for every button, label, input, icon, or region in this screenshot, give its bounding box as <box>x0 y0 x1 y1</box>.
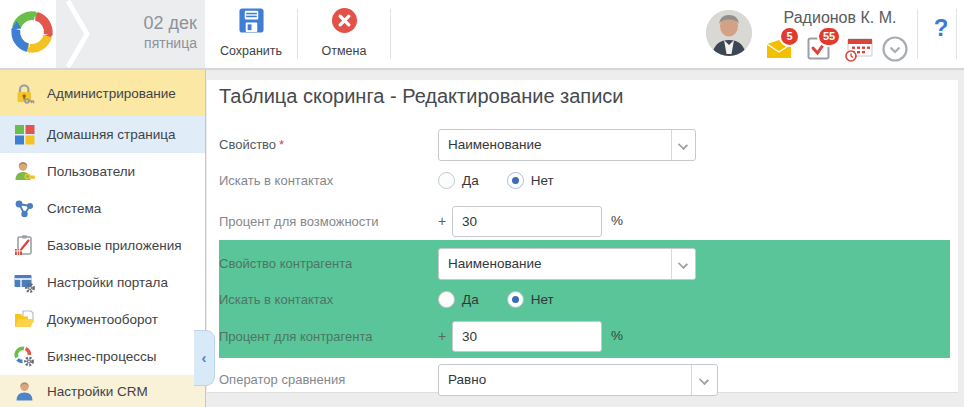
percent-contractor-label: Процент для контрагента <box>219 321 372 352</box>
sidebar-item-document-flow[interactable]: Документооборот <box>0 301 205 338</box>
sidebar-item-system[interactable]: Система <box>0 190 205 227</box>
sidebar-item-label: Система <box>47 201 101 216</box>
folder-doc-icon <box>13 308 36 331</box>
toolbar-divider <box>297 9 298 59</box>
sidebar-item-label: Базовые приложения <box>47 238 182 253</box>
radio-yes[interactable] <box>438 291 455 308</box>
sidebar-collapse-button[interactable]: ‹ <box>194 330 215 386</box>
edit-form-panel: Таблица скоринга - Редактирование записи… <box>207 80 958 393</box>
radio-yes-label: Да <box>462 173 479 188</box>
sidebar-item-label: Домашняя страница <box>47 127 175 142</box>
sidebar-item-administration[interactable]: Администрирование <box>0 70 205 116</box>
radio-no-label: Нет <box>531 173 554 188</box>
app-logo-icon[interactable] <box>6 6 58 62</box>
radio-no[interactable] <box>507 172 524 189</box>
sidebar-item-label: Документооборот <box>47 312 158 327</box>
percent-opportunity-input[interactable] <box>452 206 602 237</box>
form-row-search-contacts-1: Искать в контактах Да Нет <box>219 170 958 194</box>
user-key-icon <box>13 160 36 183</box>
calendar-clock-icon[interactable] <box>845 38 873 66</box>
lock-key-icon <box>13 82 36 105</box>
radio-no-label: Нет <box>531 292 554 307</box>
radio-no[interactable] <box>507 291 524 308</box>
contractor-property-label: Свойство контрагента <box>219 248 352 280</box>
sidebar-item-label: Администрирование <box>47 86 176 101</box>
user-name[interactable]: Радионов К. М. <box>760 9 920 27</box>
app-window: 02 дек пятница Сохранить <box>0 0 964 407</box>
comparison-operator-label: Оператор сравнения <box>219 364 345 396</box>
percent-sign: % <box>611 213 623 228</box>
portal-gear-icon <box>13 271 36 294</box>
chevron-down-icon[interactable] <box>671 130 695 160</box>
comparison-operator-select[interactable]: Равно <box>438 364 718 396</box>
comparison-operator-select-value: Равно <box>439 365 691 395</box>
sidebar-item-label: Бизнес-процессы <box>47 349 156 364</box>
property-label: Свойство* <box>219 129 284 161</box>
main-content: Таблица скоринга - Редактирование записи… <box>207 70 964 407</box>
sidebar-item-label: Пользователи <box>47 164 135 179</box>
form-row-search-contacts-2: Искать в контактах Да Нет <box>219 289 958 313</box>
home-tiles-icon <box>13 123 36 146</box>
radio-yes-label: Да <box>462 292 479 307</box>
save-button[interactable]: Сохранить <box>210 7 292 63</box>
sidebar-item-users[interactable]: Пользователи <box>0 153 205 190</box>
search-contacts-label: Искать в контактах <box>219 289 333 311</box>
sidebar-item-base-apps[interactable]: Базовые приложения <box>0 227 205 264</box>
chevron-down-icon[interactable] <box>691 365 717 395</box>
plus-sign: + <box>438 213 446 229</box>
date-band: 02 дек пятница <box>56 0 205 68</box>
crm-user-icon <box>13 380 36 403</box>
chevron-down-icon[interactable] <box>671 249 695 279</box>
weekday-text: пятница <box>144 34 197 53</box>
sidebar-item-crm-settings[interactable]: Настройки CRM <box>0 375 205 407</box>
form-row-percent-opportunity: Процент для возможности + % <box>219 206 958 237</box>
contractor-property-select-value: Наименование <box>439 249 671 279</box>
sidebar: Администрирование Домашняя страница <box>0 70 206 407</box>
percent-sign: % <box>611 328 623 343</box>
user-avatar[interactable] <box>706 10 752 56</box>
property-select[interactable]: Наименование <box>438 129 696 161</box>
sidebar-item-business-processes[interactable]: Бизнес-процессы <box>0 338 205 375</box>
date-text: 02 дек <box>144 12 197 34</box>
sidebar-item-home[interactable]: Домашняя страница <box>0 116 205 153</box>
cancel-x-icon <box>304 7 384 38</box>
cancel-button[interactable]: Отмена <box>304 7 384 63</box>
search-contacts-radio-group: Да Нет <box>438 289 582 309</box>
form-row-percent-contractor: Процент для контрагента + % <box>219 321 958 352</box>
mail-badge: 5 <box>779 26 800 47</box>
plus-sign: + <box>438 328 446 344</box>
save-button-label: Сохранить <box>220 44 282 58</box>
contractor-property-select[interactable]: Наименование <box>438 248 696 280</box>
save-floppy-icon <box>210 7 292 38</box>
breadcrumb-chevron-icon <box>60 0 96 68</box>
form-row-contractor-property: Свойство контрагента Наименование <box>219 248 958 280</box>
form-row-property: Свойство* Наименование <box>219 129 958 161</box>
tasks-badge: 55 <box>817 26 841 47</box>
toolbar-divider <box>956 9 957 59</box>
network-icon <box>13 197 36 220</box>
toolbar-divider <box>917 9 918 59</box>
page-title: Таблица скоринга - Редактирование записи <box>219 85 624 108</box>
help-button[interactable]: ? <box>925 14 957 42</box>
process-gear-icon <box>13 345 36 368</box>
search-contacts-label: Искать в контактах <box>219 170 333 192</box>
sidebar-item-label: Настройки CRM <box>47 384 148 399</box>
radio-yes[interactable] <box>438 172 455 189</box>
toolbar-divider <box>390 9 391 59</box>
current-date: 02 дек пятница <box>144 12 197 53</box>
property-select-value: Наименование <box>439 130 671 160</box>
chevron-down-circle-icon[interactable] <box>882 36 908 66</box>
percent-opportunity-label: Процент для возможности <box>219 206 379 237</box>
top-bar: 02 дек пятница Сохранить <box>0 0 964 70</box>
required-asterisk: * <box>279 137 284 152</box>
search-contacts-radio-group: Да Нет <box>438 170 582 190</box>
sidebar-item-portal-settings[interactable]: Настройки портала <box>0 264 205 301</box>
form-row-comparison-operator: Оператор сравнения Равно <box>219 364 958 396</box>
cancel-button-label: Отмена <box>322 44 367 58</box>
percent-contractor-input[interactable] <box>452 321 602 352</box>
sidebar-item-label: Настройки портала <box>47 275 168 290</box>
clipboard-pencil-icon <box>13 234 36 257</box>
